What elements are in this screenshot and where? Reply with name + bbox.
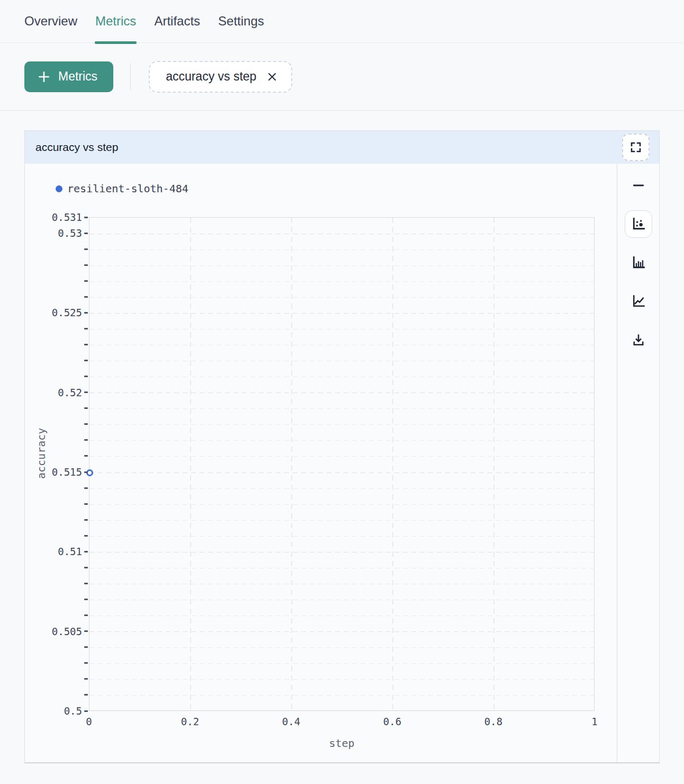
- tab-label: Metrics: [95, 14, 136, 29]
- y-tick: [84, 312, 88, 314]
- y-tick: [84, 630, 88, 632]
- y-tick: [84, 535, 88, 537]
- gridline: [291, 218, 292, 710]
- gridline: [89, 361, 594, 361]
- legend-item[interactable]: resilient-sloth-484: [56, 182, 188, 195]
- x-tick-label: 0.6: [368, 716, 416, 727]
- x-tick-label: 0.2: [166, 716, 214, 727]
- tab-bar: Overview Metrics Artifacts Settings: [0, 0, 684, 43]
- y-tick: [84, 614, 88, 616]
- panel-header: accuracy vs step: [25, 131, 659, 164]
- chip-label: accuracy vs step: [166, 69, 256, 84]
- y-tick: [84, 217, 88, 218]
- gridline: [89, 456, 594, 457]
- tab-metrics[interactable]: Metrics: [95, 0, 136, 43]
- collapse-icon[interactable]: [625, 172, 652, 199]
- gridline: [89, 536, 594, 537]
- gridline: [89, 568, 594, 568]
- y-tick: [84, 248, 88, 250]
- y-tick-label: 0.531: [32, 211, 82, 223]
- gridline: [89, 473, 594, 473]
- y-tick: [84, 551, 88, 553]
- gridline: [89, 297, 594, 298]
- tab-label: Overview: [24, 14, 77, 29]
- gridline: [89, 600, 594, 600]
- y-tick: [84, 360, 88, 361]
- fullscreen-button[interactable]: [622, 133, 650, 161]
- y-tick: [84, 694, 88, 696]
- gridline: [89, 552, 594, 553]
- tab-label: Settings: [218, 14, 264, 29]
- legend-label: resilient-sloth-484: [67, 182, 188, 195]
- y-tick-label: 0.52: [32, 387, 82, 398]
- x-tick-label: 1: [571, 716, 618, 727]
- tab-settings[interactable]: Settings: [218, 0, 264, 43]
- chart-toolbar: [617, 164, 659, 762]
- x-axis-label: step: [89, 737, 595, 750]
- y-tick: [84, 471, 88, 473]
- y-tick: [84, 455, 88, 457]
- y-tick-label: 0.515: [32, 466, 82, 478]
- gridline: [89, 647, 594, 648]
- y-tick: [84, 599, 88, 600]
- gridline: [89, 393, 594, 393]
- gridline: [89, 504, 594, 505]
- y-tick: [84, 678, 88, 680]
- y-tick: [84, 391, 88, 393]
- y-tick: [84, 567, 88, 568]
- tab-label: Artifacts: [154, 14, 200, 29]
- scatter-chart-icon[interactable]: [625, 210, 652, 238]
- y-tick: [84, 344, 88, 345]
- y-tick: [84, 376, 88, 377]
- gridline: [89, 584, 594, 584]
- gridline: [190, 218, 191, 710]
- y-tick: [84, 662, 88, 664]
- y-tick: [84, 423, 88, 425]
- gridline: [89, 329, 594, 329]
- y-tick-label: 0.5: [32, 705, 82, 717]
- metric-chip[interactable]: accuracy vs step: [149, 61, 292, 93]
- y-tick: [84, 407, 88, 409]
- download-icon[interactable]: [625, 326, 652, 354]
- y-tick: [84, 487, 88, 489]
- gridline: [89, 440, 594, 441]
- y-tick: [84, 646, 88, 648]
- y-tick-label: 0.505: [32, 626, 82, 637]
- y-tick: [84, 439, 88, 441]
- gridline: [89, 520, 594, 521]
- y-tick: [84, 583, 88, 584]
- x-tick-label: 0.8: [470, 716, 517, 727]
- gridline: [89, 695, 594, 696]
- add-metrics-button[interactable]: Metrics: [24, 61, 113, 92]
- close-icon[interactable]: [265, 69, 280, 84]
- chart-region: resilient-sloth-484 accuracy step 0.5310…: [25, 164, 617, 762]
- divider: [130, 63, 131, 91]
- gridline: [89, 281, 594, 282]
- y-tick: [84, 233, 88, 234]
- tab-artifacts[interactable]: Artifacts: [154, 0, 200, 43]
- tab-overview[interactable]: Overview: [24, 0, 77, 43]
- bar-chart-icon[interactable]: [625, 249, 652, 277]
- gridline: [493, 218, 494, 710]
- gridline: [89, 424, 594, 425]
- gridline: [89, 408, 594, 409]
- gridline: [392, 218, 393, 710]
- gridline: [89, 313, 594, 314]
- line-chart-icon[interactable]: [625, 288, 652, 315]
- gridline: [89, 377, 594, 377]
- gridline: [89, 345, 594, 345]
- gridline: [89, 265, 594, 266]
- y-tick: [84, 710, 88, 712]
- y-tick: [84, 296, 88, 298]
- y-tick: [84, 280, 88, 282]
- gridline: [89, 234, 594, 234]
- actions-row: Metrics accuracy vs step: [0, 43, 684, 111]
- gridline: [89, 488, 594, 489]
- gridline: [89, 616, 594, 616]
- y-tick-label: 0.51: [32, 546, 82, 557]
- legend-dot: [56, 185, 62, 192]
- y-tick: [84, 519, 88, 521]
- panel-body: resilient-sloth-484 accuracy step 0.5310…: [25, 164, 659, 762]
- plot-area[interactable]: [89, 217, 595, 711]
- gridline: [89, 663, 594, 664]
